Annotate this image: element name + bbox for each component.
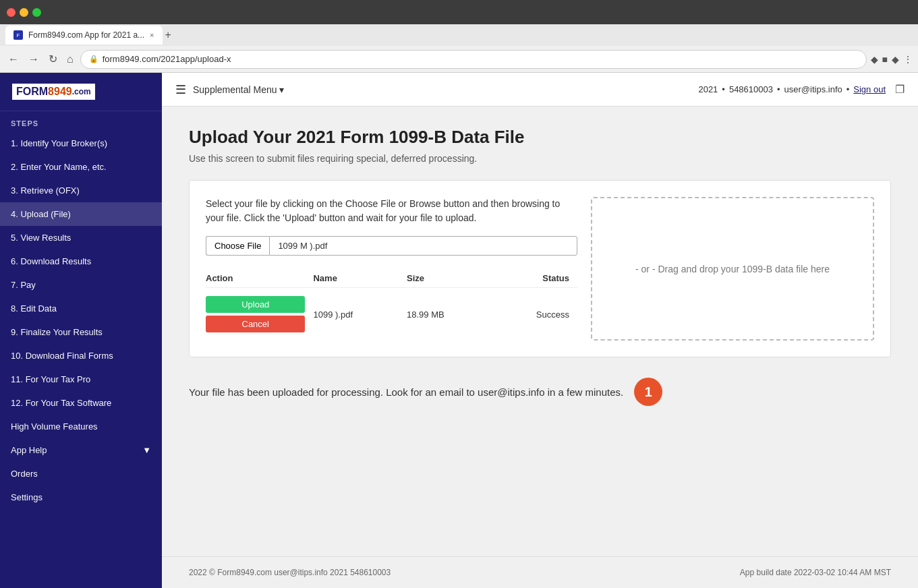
action-cell: Upload Cancel [206,288,313,341]
upload-instructions: Select your file by clicking on the Choo… [206,197,577,225]
address-bar[interactable]: 🔒 form8949.com/2021app/upload-x [80,50,867,69]
badge-circle: 1 [634,378,662,406]
header-right: 2021 • 548610003 • user@itips.info • Sig… [698,83,905,96]
success-row: Your file has been uploaded for processi… [189,371,891,413]
sidebar-item-identify[interactable]: 1. Identify Your Broker(s) [0,131,162,155]
col-action: Action [206,269,313,288]
hamburger-icon: ☰ [175,82,186,97]
tab-title: Form8949.com App for 2021 a... [28,30,144,40]
sidebar-item-edit[interactable]: 8. Edit Data [0,297,162,320]
lock-icon: 🔒 [89,55,98,63]
drag-drop-text: - or - Drag and drop your 1099-B data fi… [635,264,830,274]
file-input-row: Choose File 1099 M ).pdf [206,236,577,256]
sidebar-item-download-results[interactable]: 6. Download Results [0,249,162,273]
home-button[interactable]: ⌂ [64,51,76,68]
sidebar-item-tax-pro[interactable]: 11. For Your Tax Pro [0,368,162,391]
logo: FORM 8949 .com [11,82,96,101]
expand-icon[interactable]: ❐ [895,83,905,96]
tab-close-button[interactable]: × [150,31,154,39]
refresh-button[interactable]: ↻ [46,50,60,68]
choose-file-button[interactable]: Choose File [206,236,269,256]
top-header: ☰ Supplemental Menu ▾ 2021 • 548610003 •… [162,73,918,107]
hamburger-menu[interactable]: ☰ Supplemental Menu ▾ [175,82,284,97]
page-body: Upload Your 2021 Form 1099-B Data File U… [162,107,918,556]
sidebar-item-upload[interactable]: 4. Upload (File) [0,202,162,226]
sidebar-item-name[interactable]: 2. Enter Your Name, etc. [0,155,162,179]
sidebar-item-high-volume[interactable]: High Volume Features [0,415,162,438]
success-message: Your file has been uploaded for processi… [189,386,623,398]
upload-card: Select your file by clicking on the Choo… [189,180,891,357]
logo-form-text: FORM [16,86,48,98]
file-table: Action Name Size Status [206,269,577,341]
sidebar-item-settings[interactable]: Settings [0,486,162,509]
col-size: Size [407,269,496,288]
action-buttons: Upload Cancel [206,296,305,332]
page-footer: 2022 © Form8949.com user@itips.info 2021… [162,556,918,588]
upload-button[interactable]: Upload [206,296,305,313]
table-row: Upload Cancel 1099 ).pdf 18.99 MB Succes… [206,288,577,341]
sign-out-link[interactable]: Sign out [853,84,886,94]
footer-right: App build date 2022-03-02 10:44 AM MST [740,568,891,577]
sidebar-item-final-forms[interactable]: 10. Download Final Forms [0,344,162,368]
page-title: Upload Your 2021 Form 1099-B Data File [189,127,891,148]
size-cell: 18.99 MB [407,288,496,341]
forward-button[interactable]: → [26,51,42,68]
back-button[interactable]: ← [5,51,22,68]
name-cell: 1099 ).pdf [313,288,407,341]
sidebar-item-finalize[interactable]: 9. Finalize Your Results [0,320,162,344]
main-content: ☰ Supplemental Menu ▾ 2021 • 548610003 •… [162,73,918,588]
extension-icon-1: ◆ [871,54,878,65]
sidebar-item-retrieve[interactable]: 3. Retrieve (OFX) [0,179,162,202]
upload-left: Select your file by clicking on the Choo… [206,197,577,341]
col-name: Name [313,269,407,288]
sidebar: FORM 8949 .com STEPS 1. Identify Your Br… [0,73,162,588]
col-status: Status [496,269,577,288]
header-email: user@itips.info [784,84,842,94]
url-text: form8949.com/2021app/upload-x [103,54,231,64]
header-year: 2021 [698,84,718,94]
upload-area: Select your file by clicking on the Choo… [206,197,874,341]
status-cell: Success [496,288,577,341]
drag-drop-zone[interactable]: - or - Drag and drop your 1099-B data fi… [591,197,874,341]
steps-label: STEPS [0,111,162,131]
file-name-display: 1099 M ).pdf [269,236,577,256]
extension-icon-3: ◆ [892,54,899,65]
supplemental-menu-label: Supplemental Menu ▾ [193,84,284,95]
browser-tab[interactable]: F Form8949.com App for 2021 a... × [5,26,163,45]
sidebar-item-orders[interactable]: Orders [0,462,162,486]
extension-icon-2: ■ [882,54,888,65]
cancel-button[interactable]: Cancel [206,316,305,332]
header-account-id: 548610003 [729,84,773,94]
logo-dotcom-text: .com [72,87,91,96]
menu-icon[interactable]: ⋮ [903,54,913,65]
chevron-down-icon: ▼ [142,445,151,455]
sidebar-item-tax-software[interactable]: 12. For Your Tax Software [0,391,162,415]
sidebar-nav: 1. Identify Your Broker(s) 2. Enter Your… [0,131,162,588]
sidebar-item-pay[interactable]: 7. Pay [0,273,162,297]
tab-favicon: F [13,30,23,40]
sidebar-item-view[interactable]: 5. View Results [0,226,162,249]
sidebar-logo: FORM 8949 .com [0,73,162,111]
sidebar-item-app-help[interactable]: App Help ▼ [0,438,162,462]
footer-left: 2022 © Form8949.com user@itips.info 2021… [189,568,391,577]
logo-8949-text: 8949 [48,86,72,98]
page-subtitle: Use this screen to submit files requirin… [189,153,891,164]
new-tab-button[interactable]: + [165,29,171,41]
